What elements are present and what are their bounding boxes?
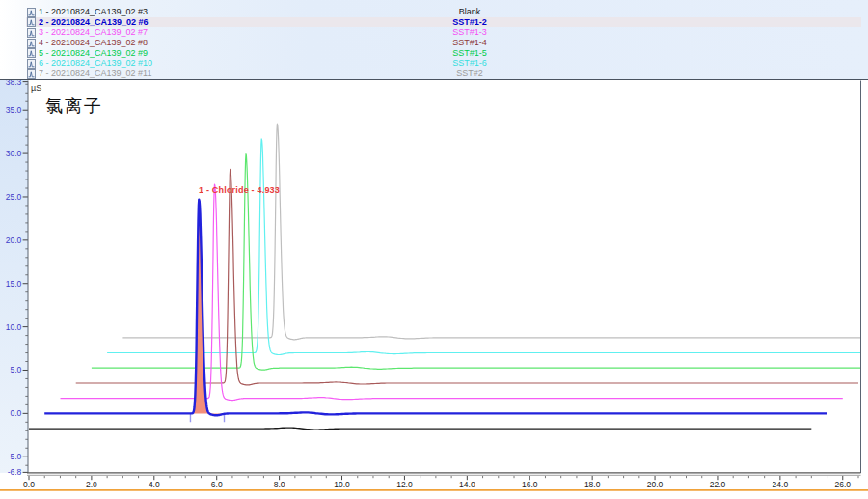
legend-row[interactable]: 4 - 20210824_CA139_02 #8SST#1-4 bbox=[26, 38, 861, 48]
svg-text:35.0: 35.0 bbox=[6, 105, 22, 115]
legend-run-name: 7 - 20210824_CA139_02 #11 bbox=[39, 69, 151, 79]
svg-text:4.0: 4.0 bbox=[149, 480, 160, 489]
legend-row[interactable]: 6 - 20210824_CA139_02 #10SST#1-6 bbox=[26, 58, 861, 69]
svg-text:24.0: 24.0 bbox=[773, 480, 789, 489]
legend-sample-name: Blank bbox=[388, 7, 552, 17]
trace-blank[interactable] bbox=[29, 428, 811, 430]
peak-annotation: 1 - Chloride - 4.933 bbox=[199, 185, 280, 195]
legend-row[interactable]: 3 - 20210824_CA139_02 #7SST#1-3 bbox=[26, 27, 861, 38]
svg-text:20.0: 20.0 bbox=[647, 480, 664, 489]
chromatography-window: 1 - 20210824_CA139_02 #3Blank2 - 2021082… bbox=[0, 0, 868, 499]
chromatogram-icon bbox=[27, 17, 36, 27]
legend-run-name: 5 - 20210824_CA139_02 #9 bbox=[39, 48, 148, 59]
svg-text:12.0: 12.0 bbox=[396, 480, 413, 489]
svg-text:0.0: 0.0 bbox=[23, 480, 35, 489]
svg-text:8.0: 8.0 bbox=[274, 480, 285, 489]
legend-run-name: 6 - 20210824_CA139_02 #10 bbox=[39, 58, 152, 69]
legend-run-name: 2 - 20210824_CA139_02 #6 bbox=[39, 17, 149, 28]
svg-text:10.0: 10.0 bbox=[334, 480, 350, 489]
svg-text:5.0: 5.0 bbox=[10, 365, 21, 374]
legend-sample-name: SST#1-2 bbox=[388, 17, 552, 28]
svg-text:30.0: 30.0 bbox=[6, 149, 22, 158]
x-axis: 0.02.04.06.08.010.012.014.016.018.020.02… bbox=[23, 476, 858, 489]
chromatogram-icon bbox=[27, 69, 36, 79]
y-axis-unit-label: µS bbox=[31, 83, 41, 93]
legend-run-name: 3 - 20210824_CA139_02 #7 bbox=[39, 27, 148, 38]
svg-text:15.0: 15.0 bbox=[6, 279, 22, 289]
injection-legend-list: 1 - 20210824_CA139_02 #3Blank2 - 2021082… bbox=[26, 7, 861, 79]
chromatogram-icon bbox=[27, 59, 36, 69]
legend-sample-name: SST#1-4 bbox=[388, 38, 552, 48]
svg-text:-6.8: -6.8 bbox=[8, 467, 22, 477]
legend-row[interactable]: 2 - 20210824_CA139_02 #6SST#1-2 bbox=[26, 17, 861, 28]
svg-text:18.0: 18.0 bbox=[584, 480, 601, 489]
legend-sample-name: SST#1-6 bbox=[388, 58, 552, 69]
svg-text:16.0: 16.0 bbox=[522, 480, 538, 489]
svg-text:-5.0: -5.0 bbox=[8, 452, 22, 461]
svg-text:26.0: 26.0 bbox=[835, 480, 852, 489]
legend-sample-name: SST#2 bbox=[388, 69, 552, 79]
legend-row[interactable]: 7 - 20210824_CA139_02 #11SST#2 bbox=[26, 69, 861, 79]
chromatogram-icon bbox=[27, 48, 36, 58]
svg-text:2.0: 2.0 bbox=[86, 480, 97, 489]
legend-row[interactable]: 5 - 20210824_CA139_02 #9SST#1-5 bbox=[26, 48, 861, 59]
svg-text:0.0: 0.0 bbox=[10, 408, 21, 418]
svg-text:20.0: 20.0 bbox=[6, 236, 22, 245]
svg-text:14.0: 14.0 bbox=[459, 480, 475, 489]
injection-legend-pane: 1 - 20210824_CA139_02 #3Blank2 - 2021082… bbox=[0, 0, 868, 80]
svg-text:6.0: 6.0 bbox=[211, 480, 223, 489]
legend-row[interactable]: 1 - 20210824_CA139_02 #3Blank bbox=[26, 7, 861, 17]
legend-sample-name: SST#1-3 bbox=[388, 27, 552, 38]
chromatogram-icon bbox=[27, 8, 36, 17]
chromatogram-icon bbox=[27, 28, 36, 38]
svg-text:22.0: 22.0 bbox=[710, 480, 726, 489]
svg-text:10.0: 10.0 bbox=[6, 322, 22, 332]
svg-text:25.0: 25.0 bbox=[6, 192, 22, 202]
legend-run-name: 1 - 20210824_CA139_02 #3 bbox=[39, 7, 148, 17]
legend-sample-name: SST#1-5 bbox=[388, 48, 552, 59]
chromatogram-icon bbox=[27, 39, 36, 48]
chart-title: 氯离子 bbox=[45, 95, 103, 118]
legend-run-name: 4 - 20210824_CA139_02 #8 bbox=[39, 38, 148, 48]
